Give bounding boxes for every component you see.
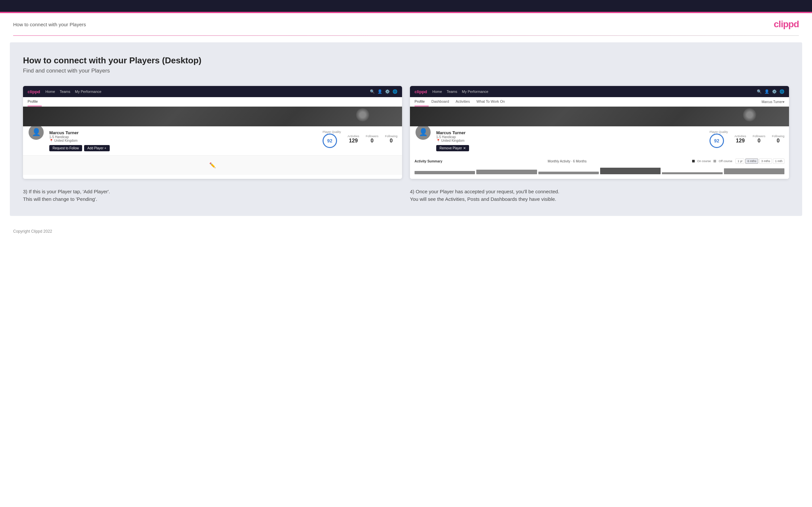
- tab-what-to-work-on[interactable]: What To Work On: [476, 97, 508, 106]
- activity-period: Monthly Activity · 6 Months: [548, 160, 586, 163]
- time-1mth[interactable]: 1 mth: [773, 159, 784, 164]
- right-app-tabs: Profile Dashboard Activities What To Wor…: [410, 97, 789, 107]
- tab-dashboard[interactable]: Dashboard: [431, 97, 453, 106]
- right-nav-icons: 🔍 👤 ⚙️ 🌐: [757, 89, 784, 94]
- right-quality-circle: 92: [710, 133, 724, 148]
- search-icon[interactable]: 🔍: [370, 89, 375, 94]
- left-stat-followers: Followers 0: [366, 134, 378, 144]
- left-quality-label: Player Quality: [322, 130, 341, 133]
- left-player-info: Marcus Turner 1-5 Handicap 📍 United King…: [49, 130, 318, 151]
- right-globe-icon[interactable]: 🌐: [779, 89, 784, 94]
- close-icon: ✕: [463, 146, 466, 150]
- chart-bar-5: [662, 172, 722, 174]
- right-player-location: 📍 United Kingdom: [436, 139, 705, 143]
- copyright-text: Copyright Clippd 2022: [13, 229, 52, 234]
- right-nav-teams: Teams: [447, 90, 457, 94]
- screenshots-row: clippd Home Teams My Performance 🔍 👤 ⚙️ …: [23, 86, 789, 179]
- right-app-logo: clippd: [414, 89, 427, 94]
- page-heading: How to connect with your Players (Deskto…: [23, 55, 789, 66]
- left-stat-following: Following 0: [385, 134, 398, 144]
- location-icon: 📍: [49, 139, 53, 143]
- caption-left: 3) If this is your Player tap, 'Add Play…: [23, 188, 402, 203]
- remove-player-button[interactable]: Remove Player ✕: [436, 145, 469, 151]
- edit-icon: ✏️: [209, 162, 216, 168]
- right-settings-icon[interactable]: ⚙️: [772, 89, 777, 94]
- left-player-name: Marcus Turner: [49, 130, 318, 135]
- legend-on-course-label: On course: [697, 160, 711, 163]
- right-tab-user-label: Marcus Turner ▾: [762, 97, 784, 106]
- right-stats-row: Player Quality 92 Activities 129 Followe…: [710, 130, 784, 148]
- activity-legend: On course Off course: [692, 160, 732, 163]
- left-player-location: 📍 United Kingdom: [49, 139, 318, 143]
- right-player-handicap: 1-5 Handicap: [436, 135, 705, 139]
- footer: Copyright Clippd 2022: [0, 223, 812, 240]
- time-1yr[interactable]: 1 yr: [735, 159, 744, 164]
- legend-off-course-label: Off course: [719, 160, 732, 163]
- right-app-nav: clippd Home Teams My Performance 🔍 👤 ⚙️ …: [410, 86, 789, 97]
- time-6mths[interactable]: 6 mths: [745, 159, 758, 164]
- left-nav-icons: 🔍 👤 ⚙️ 🌐: [370, 89, 398, 94]
- left-player-buttons: Request to Follow Add Player +: [49, 145, 318, 151]
- screenshot-left: clippd Home Teams My Performance 🔍 👤 ⚙️ …: [23, 86, 402, 179]
- clippd-logo: clippd: [774, 19, 799, 30]
- captions-row: 3) If this is your Player tap, 'Add Play…: [23, 188, 789, 203]
- left-player-handicap: 1-5 Handicap: [49, 135, 318, 139]
- page-subheading: Find and connect with your Players: [23, 68, 789, 74]
- left-stats-row: Player Quality 92 Activities 129 Followe…: [322, 130, 398, 148]
- right-player-buttons: Remove Player ✕: [436, 145, 705, 151]
- caption-right: 4) Once your Player has accepted your re…: [410, 188, 789, 203]
- right-location-icon: 📍: [436, 139, 440, 143]
- left-app-nav: clippd Home Teams My Performance 🔍 👤 ⚙️ …: [23, 86, 402, 97]
- left-stat-activities: Activities 129: [348, 134, 359, 144]
- activity-title: Activity Summary: [414, 160, 442, 163]
- tab-activities[interactable]: Activities: [456, 97, 474, 106]
- settings-icon[interactable]: ⚙️: [385, 89, 390, 94]
- top-bar: [0, 0, 812, 12]
- chart-bar-4: [600, 168, 661, 174]
- right-search-icon[interactable]: 🔍: [757, 89, 762, 94]
- right-quality-label: Player Quality: [710, 130, 728, 133]
- request-follow-button[interactable]: Request to Follow: [49, 145, 82, 151]
- right-nav-performance: My Performance: [462, 90, 489, 94]
- screenshot-right: clippd Home Teams My Performance 🔍 👤 ⚙️ …: [410, 86, 789, 179]
- right-stat-activities: Activities 129: [734, 134, 746, 144]
- tab-profile-left[interactable]: Profile: [28, 97, 42, 106]
- time-buttons: 1 yr 6 mths 3 mths 1 mth: [735, 159, 784, 164]
- time-3mths[interactable]: 3 mths: [759, 159, 772, 164]
- left-quality-circle: 92: [322, 133, 337, 148]
- chart-bar-6: [724, 168, 784, 174]
- tab-profile-right[interactable]: Profile: [414, 97, 429, 106]
- right-player-name: Marcus Turner: [436, 130, 705, 135]
- activity-chart: [414, 166, 784, 176]
- chart-bar-1: [414, 171, 475, 174]
- chevron-down-icon: ▾: [783, 100, 784, 104]
- legend-off-course: [713, 160, 716, 162]
- chart-bar-2: [476, 170, 537, 174]
- left-app-tabs: Profile: [23, 97, 402, 107]
- left-golf-banner: [23, 107, 402, 126]
- right-golf-banner: [410, 107, 789, 126]
- left-player-section: 👤 Marcus Turner 1-5 Handicap 📍 United Ki…: [23, 126, 402, 155]
- activity-controls: On course Off course 1 yr 6 mths 3 mths …: [692, 159, 784, 164]
- right-user-icon[interactable]: 👤: [764, 89, 769, 94]
- left-nav-home: Home: [45, 90, 55, 94]
- main-content: How to connect with your Players (Deskto…: [10, 42, 802, 216]
- activity-header: Activity Summary Monthly Activity · 6 Mo…: [414, 159, 784, 164]
- legend-on-course: [692, 160, 695, 162]
- left-nav-performance: My Performance: [75, 90, 101, 94]
- header-title: How to connect with your Players: [13, 22, 86, 27]
- activity-summary: Activity Summary Monthly Activity · 6 Mo…: [410, 155, 789, 179]
- right-player-section: 👤 Marcus Turner 1-5 Handicap 📍 United Ki…: [410, 126, 789, 155]
- left-nav-teams: Teams: [60, 90, 70, 94]
- left-screenshot-lower: ✏️: [23, 155, 402, 175]
- user-icon[interactable]: 👤: [377, 89, 383, 94]
- right-nav-home: Home: [432, 90, 442, 94]
- right-stat-followers: Followers 0: [753, 134, 765, 144]
- add-player-button[interactable]: Add Player +: [84, 145, 110, 151]
- header-divider: [13, 36, 799, 36]
- globe-icon[interactable]: 🌐: [393, 89, 398, 94]
- right-player-info: Marcus Turner 1-5 Handicap 📍 United King…: [436, 130, 705, 151]
- left-app-logo: clippd: [28, 89, 40, 94]
- page-header: How to connect with your Players clippd: [0, 13, 812, 36]
- right-stat-following: Following 0: [772, 134, 784, 144]
